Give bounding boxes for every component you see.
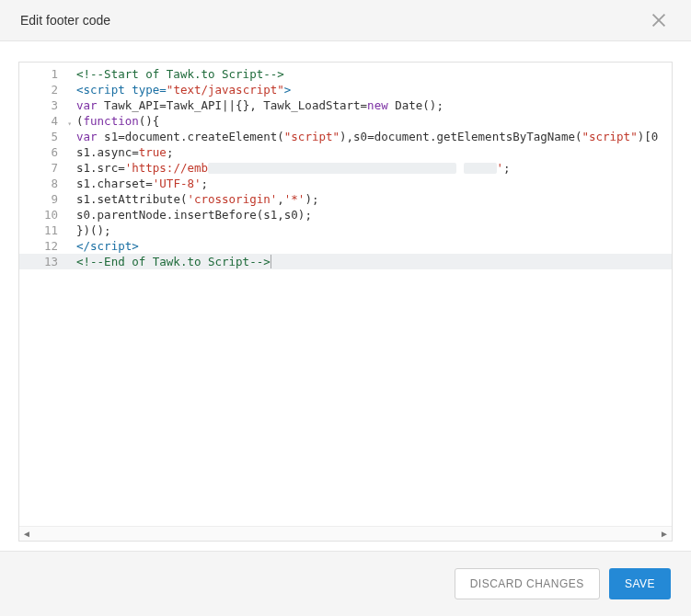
code-token: s1: [76, 177, 90, 190]
code-content[interactable]: var Tawk_API=Tawk_API||{}, Tawk_LoadStar…: [75, 97, 443, 113]
code-token: >: [284, 83, 292, 97]
code-content[interactable]: s0.parentNode.insertBefore(s1,s0);: [75, 207, 312, 222]
code-content[interactable]: s1.setAttribute('crossorigin','*');: [75, 191, 318, 207]
code-token: =: [132, 145, 139, 159]
code-token: true: [139, 145, 167, 159]
code-token: "script": [284, 130, 340, 143]
redacted-segment: [208, 163, 456, 174]
code-token: (: [76, 114, 84, 128]
line-number: 13: [19, 254, 75, 269]
code-token: </scr: [76, 239, 111, 253]
code-content[interactable]: (function(){: [75, 113, 159, 129]
code-token: (s1,s0);: [257, 208, 312, 222]
code-line[interactable]: 2<script type="text/javascript">: [19, 82, 672, 97]
code-content[interactable]: s1.async=true;: [75, 144, 173, 160]
modal-body: 1<!--Start of Tawk.to Script-->2<script …: [0, 41, 691, 551]
code-line[interactable]: 4▾(function(){: [19, 113, 672, 129]
discard-changes-button[interactable]: DISCARD CHANGES: [455, 568, 600, 599]
code-content[interactable]: <!--Start of Tawk.to Script-->: [75, 66, 284, 82]
scroll-right-arrow-icon[interactable]: ►: [657, 529, 672, 539]
code-token: =: [118, 161, 125, 175]
code-token: ,: [277, 192, 284, 206]
save-button[interactable]: SAVE: [609, 568, 671, 599]
line-number: 9: [19, 191, 75, 207]
code-token: <!--End of Tawk.to Script-->: [76, 255, 271, 268]
code-line[interactable]: 1<!--Start of Tawk.to Script-->: [19, 66, 672, 82]
code-token: );: [305, 192, 318, 206]
code-token: type: [132, 83, 159, 97]
code-content[interactable]: <!--End of Tawk.to Script-->: [75, 254, 271, 269]
code-token: var: [76, 98, 98, 112]
line-number: 3: [19, 97, 75, 113]
code-content[interactable]: s1.charset='UTF-8';: [75, 176, 208, 191]
code-editor-viewport[interactable]: 1<!--Start of Tawk.to Script-->2<script …: [19, 63, 672, 526]
code-token: s0: [76, 208, 90, 222]
code-token: var: [76, 130, 98, 143]
code-line[interactable]: 5var s1=document.createElement("script")…: [19, 129, 672, 144]
code-line[interactable]: 9s1.setAttribute('crossorigin','*');: [19, 191, 672, 207]
line-number: 5: [19, 129, 75, 144]
code-token: 'crossorigin': [187, 192, 277, 206]
code-line[interactable]: 6s1.async=true;: [19, 144, 672, 160]
line-number: 2: [19, 82, 75, 97]
code-token: =: [159, 83, 167, 97]
code-token: =: [118, 130, 125, 143]
code-content[interactable]: s1.src='https://emb ';: [75, 160, 511, 176]
code-line[interactable]: 10s0.parentNode.insertBefore(s1,s0);: [19, 207, 672, 222]
close-button[interactable]: [645, 6, 673, 34]
code-token: s1: [98, 130, 119, 143]
code-token: [456, 161, 464, 175]
code-token: document: [374, 130, 430, 143]
code-token: ': [497, 161, 504, 175]
modal-title: Edit footer code: [20, 13, 110, 28]
close-icon: [649, 19, 669, 33]
line-number: 1: [19, 66, 75, 82]
line-number: 7: [19, 160, 75, 176]
code-token: s1: [76, 192, 90, 206]
code-token: '*': [284, 192, 305, 206]
code-editor[interactable]: 1<!--Start of Tawk.to Script-->2<script …: [18, 62, 673, 542]
code-token: charset: [98, 177, 146, 190]
code-content[interactable]: </script>: [75, 238, 139, 254]
code-content[interactable]: <script type="text/javascript">: [75, 82, 291, 97]
code-token: ipt>: [111, 239, 139, 253]
code-token: "text/javascript": [167, 83, 284, 97]
code-token: 'UTF-8': [153, 177, 202, 190]
line-number: 4▾: [19, 113, 75, 129]
code-line[interactable]: 7s1.src='https://emb ';: [19, 160, 672, 176]
code-token: 'https://emb: [125, 161, 208, 175]
code-token: =: [159, 98, 167, 112]
modal-header: Edit footer code: [0, 0, 691, 41]
code-token: <script: [76, 83, 132, 97]
code-token: insertBefore: [173, 208, 256, 222]
code-content[interactable]: var s1=document.createElement("script"),…: [75, 129, 658, 144]
code-token: =: [361, 98, 368, 112]
code-token: )[0: [638, 130, 659, 143]
horizontal-scrollbar[interactable]: ◄ ►: [19, 526, 672, 541]
edit-footer-code-modal: Edit footer code 1<!--Start of Tawk.to S…: [0, 0, 691, 616]
line-number: 10: [19, 207, 75, 222]
code-token: =: [145, 177, 153, 190]
code-token: (: [277, 130, 284, 143]
code-token: createElement: [187, 130, 277, 143]
code-token: Tawk_API: [167, 98, 222, 112]
code-token: Tawk_API: [98, 98, 160, 112]
code-line[interactable]: 11})();: [19, 222, 672, 238]
code-content[interactable]: })();: [75, 222, 111, 238]
scroll-left-arrow-icon[interactable]: ◄: [19, 529, 34, 539]
code-token: .: [90, 208, 98, 222]
code-token: ;: [167, 145, 174, 159]
line-number: 12: [19, 238, 75, 254]
code-token: .: [90, 161, 98, 175]
code-token: function: [84, 114, 139, 128]
code-token: (){: [139, 114, 160, 128]
code-token: ;: [503, 161, 511, 175]
code-token: ||{},: [222, 98, 263, 112]
code-line[interactable]: 3var Tawk_API=Tawk_API||{}, Tawk_LoadSta…: [19, 97, 672, 113]
code-token: document: [125, 130, 180, 143]
line-number: 8: [19, 176, 75, 191]
code-line[interactable]: 8s1.charset='UTF-8';: [19, 176, 672, 191]
code-line[interactable]: 12</script>: [19, 238, 672, 254]
code-line[interactable]: 13<!--End of Tawk.to Script-->: [19, 254, 672, 269]
code-token: })();: [76, 223, 111, 237]
